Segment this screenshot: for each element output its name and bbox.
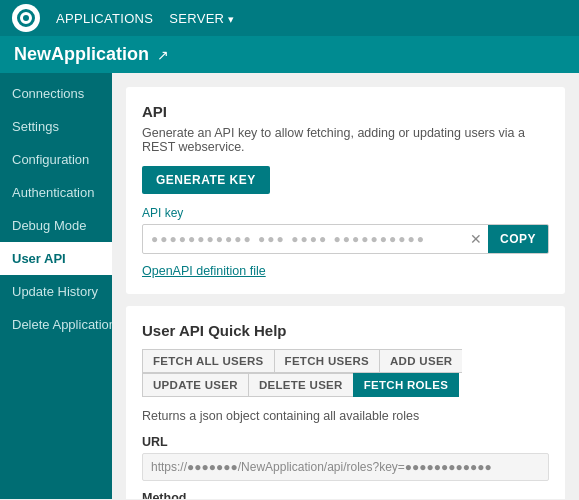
api-card: API Generate an API key to allow fetchin…	[126, 87, 565, 294]
sidebar: Connections Settings Configuration Authe…	[0, 73, 112, 499]
external-link-icon[interactable]: ↗	[157, 47, 169, 63]
app-logo	[12, 4, 40, 32]
method-label: Method	[142, 491, 549, 499]
api-key-input[interactable]	[143, 226, 464, 252]
api-card-title: API	[142, 103, 549, 120]
api-key-clear-button[interactable]: ✕	[464, 231, 488, 247]
sidebar-item-configuration[interactable]: Configuration	[0, 143, 112, 176]
sidebar-item-delete-application[interactable]: Delete Application	[0, 308, 112, 341]
app-title-bar: NewApplication ↗	[0, 36, 579, 73]
quick-help-card: User API Quick Help FETCH ALL USERS FETC…	[126, 306, 565, 499]
url-label: URL	[142, 435, 549, 449]
sidebar-item-debug-mode[interactable]: Debug Mode	[0, 209, 112, 242]
sidebar-item-connections[interactable]: Connections	[0, 77, 112, 110]
tab-add-user[interactable]: ADD USER	[379, 349, 462, 373]
tab-fetch-all-users[interactable]: FETCH ALL USERS	[142, 349, 274, 373]
url-value: https://●●●●●●●/NewApplication/api/roles…	[142, 453, 549, 481]
sidebar-item-settings[interactable]: Settings	[0, 110, 112, 143]
tab-delete-user[interactable]: DELETE USER	[248, 373, 353, 397]
generate-key-button[interactable]: GENERATE KEY	[142, 166, 270, 194]
server-nav-link[interactable]: SERVER	[169, 11, 234, 26]
quick-help-title: User API Quick Help	[142, 322, 549, 339]
main-content: API Generate an API key to allow fetchin…	[112, 73, 579, 499]
help-description: Returns a json object containing all ava…	[142, 409, 549, 423]
tab-update-user[interactable]: UPDATE USER	[142, 373, 248, 397]
api-key-label: API key	[142, 206, 549, 220]
sidebar-item-update-history[interactable]: Update History	[0, 275, 112, 308]
sidebar-item-user-api[interactable]: User API	[0, 242, 112, 275]
api-card-description: Generate an API key to allow fetching, a…	[142, 126, 549, 154]
tab-fetch-users[interactable]: FETCH USERS	[274, 349, 379, 373]
tab-bar: FETCH ALL USERS FETCH USERS ADD USER UPD…	[142, 349, 549, 397]
openapi-link[interactable]: OpenAPI definition file	[142, 264, 266, 278]
app-title: NewApplication	[14, 44, 149, 65]
copy-button[interactable]: COPY	[488, 225, 548, 253]
sidebar-item-authentication[interactable]: Authentication	[0, 176, 112, 209]
tab-fetch-roles[interactable]: FETCH ROLES	[353, 373, 459, 397]
main-layout: Connections Settings Configuration Authe…	[0, 73, 579, 499]
top-nav: APPLICATIONS SERVER	[0, 0, 579, 36]
api-key-row: ✕ COPY	[142, 224, 549, 254]
applications-nav-link[interactable]: APPLICATIONS	[56, 11, 153, 26]
